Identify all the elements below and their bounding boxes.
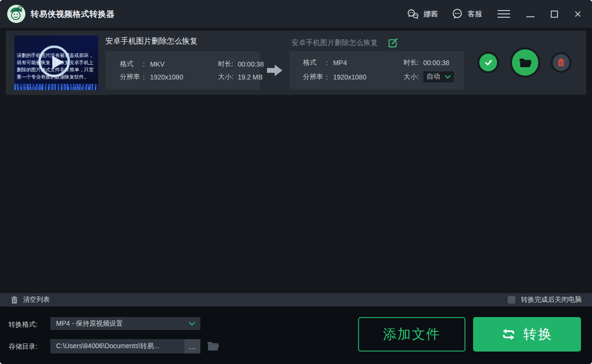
output-format-select[interactable]: MP4 - 保持原视频设置 — [50, 317, 200, 330]
open-folder-icon — [519, 57, 532, 68]
source-size-value: 19.2 MB — [238, 73, 263, 81]
arrow-right-icon — [267, 65, 282, 76]
trash-icon — [557, 58, 565, 67]
open-output-folder-button[interactable] — [512, 49, 538, 76]
close-button[interactable]: × — [574, 9, 581, 19]
output-format-value: MP4 — [333, 59, 347, 67]
shutdown-label: 转换完成后关闭电脑 — [521, 296, 581, 304]
source-resolution-label: 分辨率 — [120, 73, 142, 81]
output-duration-label: 时长: — [404, 58, 419, 67]
output-size-label: 大小: — [404, 73, 419, 81]
maximize-button[interactable] — [551, 11, 558, 18]
file-row: 误删的手机图片没有被覆盖或损坏，就有可能被恢复，要恢复安卓手机上删除的图片格式文… — [6, 31, 586, 95]
bottom-panel: 转换格式: MP4 - 保持原视频设置 存储目录: C:\Users\84006… — [0, 307, 592, 364]
check-icon — [484, 58, 493, 67]
source-info-panel: 格式: MKV 时长: 00:00:38 分辨率: 1920x1080 大小: … — [105, 51, 260, 90]
source-file-title: 安卓手机图片删除怎么恢复 — [105, 36, 197, 46]
output-directory-value: C:\Users\84006\Documents\转易... — [56, 342, 160, 351]
minimize-button[interactable] — [526, 11, 534, 17]
conversion-done-badge — [479, 54, 497, 71]
convert-format-label: 转换格式: — [9, 320, 37, 329]
support-button[interactable]: 客服 — [452, 8, 482, 20]
clear-trash-icon — [11, 296, 18, 304]
output-directory-field[interactable]: C:\Users\84006\Documents\转易... ... — [50, 339, 200, 353]
shutdown-after-toggle[interactable]: 转换完成后关闭电脑 — [508, 296, 581, 304]
titlebar: 转易侠视频格式转换器 — [0, 0, 592, 28]
edit-icon[interactable] — [387, 37, 399, 48]
app-window: 转易侠视频格式转换器 — [0, 0, 592, 364]
menu-icon[interactable] — [498, 10, 510, 18]
source-format-label: 格式 — [120, 60, 142, 68]
chevron-down-icon — [188, 321, 196, 326]
source-resolution-value: 1920x1080 — [150, 73, 183, 81]
video-thumbnail[interactable]: 误删的手机图片没有被覆盖或损坏，就有可能被恢复，要恢复安卓手机上删除的图片格式文… — [14, 35, 98, 90]
source-format-value: MKV — [150, 60, 164, 68]
play-icon[interactable] — [38, 46, 70, 77]
app-logo-icon — [7, 4, 26, 23]
clear-list-button[interactable]: 清空列表 — [11, 296, 50, 304]
chevron-down-icon — [444, 75, 451, 79]
wechat-icon — [406, 9, 419, 20]
browse-directory-button[interactable]: ... — [185, 339, 200, 353]
output-resolution-label: 分辨率 — [303, 73, 325, 81]
output-file-name: 安卓手机图片删除怎么恢复 — [291, 38, 378, 47]
wechat-contact-label: 娜酱 — [424, 10, 438, 19]
add-files-button[interactable]: 添加文件 — [358, 317, 465, 352]
status-bar: 清空列表 转换完成后关闭电脑 — [0, 293, 592, 307]
support-icon — [452, 8, 464, 20]
convert-button-label: 转换 — [523, 325, 553, 343]
output-directory-label: 存储目录: — [9, 342, 37, 351]
output-size-select[interactable]: 自动 — [423, 71, 454, 82]
output-info-panel: 格式: MP4 时长: 00:00:38 分辨率: 1920x1080 大小: — [290, 51, 464, 90]
output-format-label: 格式 — [303, 58, 325, 67]
swap-icon — [501, 328, 516, 341]
clear-list-label: 清空列表 — [23, 296, 50, 304]
source-duration-label: 时长: — [218, 60, 233, 68]
app-title: 转易侠视频格式转换器 — [31, 9, 115, 20]
output-duration-value: 00:00:38 — [423, 59, 450, 67]
shutdown-checkbox[interactable] — [508, 296, 515, 304]
support-label: 客服 — [468, 10, 482, 19]
wechat-contact-button[interactable]: 娜酱 — [406, 9, 438, 20]
delete-file-button[interactable] — [553, 54, 569, 71]
source-size-label: 大小: — [218, 73, 233, 81]
convert-button[interactable]: 转换 — [473, 317, 581, 352]
browse-folder-icon[interactable] — [206, 340, 220, 352]
file-list-area: 误删的手机图片没有被覆盖或损坏，就有可能被恢复，要恢复安卓手机上删除的图片格式文… — [0, 28, 592, 293]
output-resolution-value: 1920x1080 — [333, 73, 366, 81]
